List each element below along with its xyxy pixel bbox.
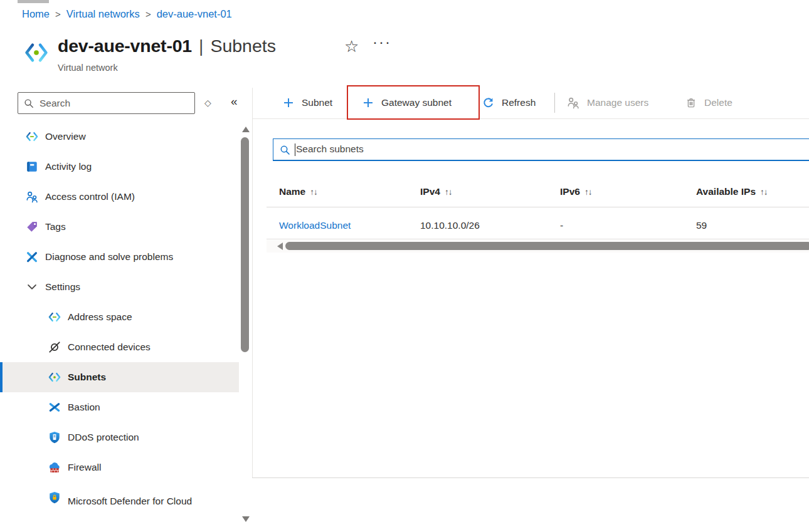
sidebar-item-bastion[interactable]: Bastion	[0, 392, 239, 422]
sort-arrows-icon: ↑↓	[445, 187, 452, 197]
tag-icon	[25, 220, 39, 234]
sidebar-item-label: Overview	[45, 131, 86, 142]
sidebar-search-input[interactable]	[40, 93, 190, 113]
sidebar-scroll-up-arrow[interactable]	[242, 127, 250, 132]
trash-icon	[685, 96, 697, 109]
sidebar-item-label: Tags	[45, 221, 66, 232]
breadcrumb-link-virtual-networks[interactable]: Virtual networks	[66, 8, 140, 20]
cell-ipv4: 10.10.10.0/26	[420, 220, 560, 231]
scroll-left-arrow[interactable]	[277, 243, 283, 250]
table-row-divider	[267, 239, 809, 239]
sort-arrows-icon: ↑↓	[760, 187, 768, 197]
text-caret	[295, 143, 295, 156]
add-gateway-subnet-button[interactable]: Gateway subnet	[362, 88, 452, 118]
add-subnet-button[interactable]: Subnet	[282, 88, 332, 118]
plus-icon	[282, 96, 295, 109]
defender-icon	[48, 491, 61, 504]
sidebar-item-firewall[interactable]: Firewall	[0, 452, 239, 482]
manage-users-icon	[566, 96, 580, 110]
sidebar-item-label: Bastion	[68, 402, 100, 413]
column-header-name[interactable]: Name↑↓	[279, 186, 420, 197]
sidebar-item-tags[interactable]: Tags	[0, 212, 239, 242]
sidebar-item-diagnose[interactable]: Diagnose and solve problems	[0, 242, 239, 272]
search-icon	[23, 98, 35, 110]
favorite-star-icon[interactable]: ☆	[344, 37, 359, 56]
sidebar-item-label: Access control (IAM)	[45, 191, 135, 202]
table-row[interactable]: WorkloadSubnet 10.10.10.0/26 - 59	[279, 214, 809, 237]
refresh-button[interactable]: Refresh	[482, 88, 536, 118]
horizontal-scrollbar[interactable]	[267, 240, 809, 253]
breadcrumb-separator: >	[145, 9, 151, 19]
delete-button[interactable]: Delete	[685, 88, 732, 118]
sidebar-group-label: Settings	[45, 281, 80, 293]
manage-users-label: Manage users	[587, 97, 648, 108]
sort-arrows-icon: ↑↓	[584, 187, 592, 197]
sidebar-item-address-space[interactable]: Address space	[0, 302, 239, 332]
azure-portal-page: Home > Virtual networks > dev-aue-vnet-0…	[0, 0, 809, 532]
sidebar-item-defender[interactable]: Microsoft Defender for Cloud	[0, 482, 239, 520]
sidebar-item-activity-log[interactable]: Activity log	[0, 152, 239, 182]
dock-icon[interactable]: ◇	[204, 98, 211, 108]
vnet-icon	[25, 130, 39, 143]
subnet-icon	[48, 370, 61, 384]
window-artifact	[18, 0, 49, 3]
resource-name: dev-aue-vnet-01	[58, 36, 192, 56]
sidebar-item-label: Address space	[68, 311, 132, 323]
subnet-search-box[interactable]	[273, 138, 809, 161]
sidebar-scrollbar-thumb[interactable]	[241, 137, 249, 352]
page-title: dev-aue-vnet-01|Subnets	[58, 36, 276, 56]
sidebar-item-label: DDoS protection	[68, 432, 139, 443]
refresh-label: Refresh	[502, 97, 536, 108]
breadcrumb-link-vnet[interactable]: dev-aue-vnet-01	[157, 8, 232, 20]
sidebar-item-connected-devices[interactable]: Connected devices	[0, 332, 239, 362]
sidebar-item-ddos-protection[interactable]: DDoS protection	[0, 422, 239, 452]
sidebar-item-label: Activity log	[45, 161, 92, 172]
breadcrumb-separator: >	[55, 9, 61, 19]
subnet-link[interactable]: WorkloadSubnet	[279, 220, 351, 231]
title-separator: |	[199, 36, 203, 56]
sort-arrows-icon: ↑↓	[310, 187, 317, 197]
firewall-icon	[48, 461, 61, 474]
column-header-ipv4[interactable]: IPv4↑↓	[420, 186, 560, 197]
cell-ipv6: -	[560, 220, 696, 231]
refresh-icon	[482, 96, 495, 110]
sidebar-item-label: Microsoft Defender for Cloud	[68, 495, 196, 507]
cell-available-ips: 59	[696, 220, 809, 231]
table-header-row: Name↑↓ IPv4↑↓ IPv6↑↓ Available IPs↑↓	[279, 184, 809, 200]
horizontal-scrollbar-thumb[interactable]	[285, 242, 809, 250]
column-header-ipv6[interactable]: IPv6↑↓	[560, 186, 696, 197]
plug-icon	[48, 340, 61, 354]
content-bottom-border	[252, 477, 809, 478]
breadcrumb-link-home[interactable]: Home	[22, 8, 50, 20]
table-header-divider	[267, 207, 809, 207]
more-options-icon[interactable]: ···	[373, 33, 391, 51]
sidebar-item-subnets[interactable]: Subnets	[0, 362, 239, 392]
column-header-available-ips[interactable]: Available IPs↑↓	[696, 186, 809, 197]
sidebar-scroll-down-arrow[interactable]	[242, 516, 250, 522]
sidebar-group-settings[interactable]: Settings	[0, 272, 239, 302]
add-gateway-subnet-label: Gateway subnet	[381, 97, 452, 108]
collapse-sidebar-icon[interactable]: «	[231, 95, 238, 108]
access-control-icon	[25, 190, 39, 204]
manage-users-button[interactable]: Manage users	[566, 88, 648, 118]
sidebar-item-access-control[interactable]: Access control (IAM)	[0, 182, 239, 212]
title-section: Subnets	[210, 36, 276, 56]
plus-icon	[362, 96, 374, 109]
shield-icon	[48, 430, 61, 444]
content-left-divider	[252, 88, 253, 477]
sidebar-item-label: Firewall	[68, 462, 101, 473]
sidebar-search-box[interactable]	[18, 92, 195, 114]
sidebar-item-label: Subnets	[68, 372, 106, 383]
add-subnet-label: Subnet	[302, 97, 332, 108]
virtual-network-icon	[24, 40, 49, 65]
sidebar-item-label: Diagnose and solve problems	[45, 251, 173, 263]
sidebar-item-overview[interactable]: Overview	[0, 122, 239, 152]
chevron-down-icon	[25, 280, 39, 294]
subnet-search-input[interactable]	[296, 140, 804, 159]
search-icon	[279, 144, 292, 157]
breadcrumb: Home > Virtual networks > dev-aue-vnet-0…	[22, 8, 232, 20]
tools-icon	[25, 250, 39, 264]
sidebar-item-label: Connected devices	[68, 342, 151, 353]
activity-log-icon	[25, 160, 39, 174]
bastion-icon	[48, 400, 61, 414]
